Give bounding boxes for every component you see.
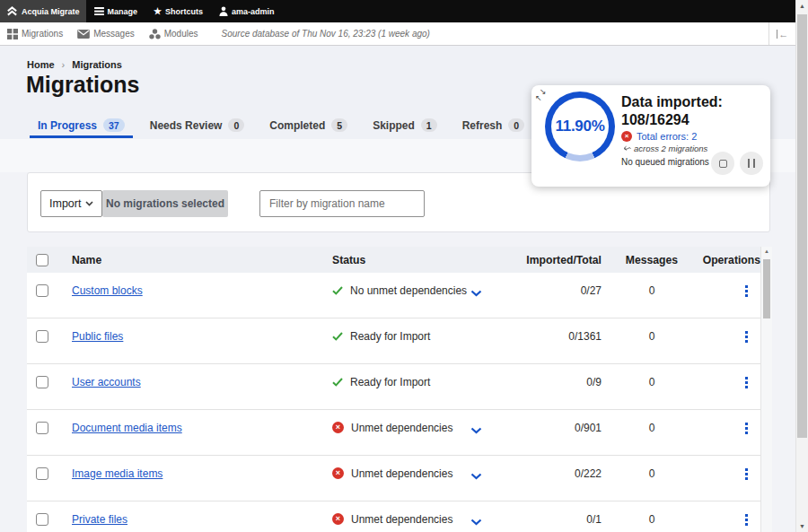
stop-button[interactable] — [711, 152, 734, 175]
tab-needs-review[interactable]: Needs Review0 — [142, 112, 253, 138]
page-scrollbar-thumb[interactable] — [797, 14, 807, 438]
resize-icon-2[interactable]: ↖ — [535, 93, 542, 102]
tab-completed[interactable]: Completed5 — [261, 112, 356, 138]
user-menu[interactable]: ama-admin — [211, 0, 283, 22]
table-body: Custom blocks × No unmet dependencies 0/… — [27, 273, 772, 532]
total-errors-label: Total errors: 2 — [637, 131, 697, 142]
select-all-checkbox[interactable] — [36, 254, 48, 266]
operations-menu-button[interactable] — [745, 330, 760, 343]
modules-icon — [149, 29, 161, 39]
check-icon — [332, 378, 343, 387]
check-icon — [332, 286, 343, 295]
messages-cell: 0 — [649, 513, 655, 526]
admin-toolbar: Acquia Migrate Manage ★ Shortcuts ama-ad… — [0, 0, 795, 22]
status-text: Unmet dependencies — [351, 422, 452, 434]
tab-count-badge: 1 — [421, 118, 437, 132]
tab-count-badge: 37 — [103, 118, 125, 132]
import-dropdown-button[interactable]: Import — [40, 190, 102, 217]
imported-total-cell: 0/9 — [586, 376, 602, 388]
collapse-toolbar-button[interactable]: ← — [768, 22, 795, 45]
operations-menu-button[interactable] — [745, 376, 760, 388]
header-imported-total: Imported/Total — [526, 254, 602, 266]
nav-modules-label: Modules — [164, 29, 198, 39]
user-label: ama-admin — [232, 7, 275, 16]
pause-button[interactable] — [740, 152, 763, 175]
breadcrumb-home[interactable]: Home — [27, 59, 55, 70]
expand-chevron-icon[interactable] — [470, 424, 482, 437]
expand-chevron-icon[interactable] — [470, 516, 482, 528]
kebab-menu-icon — [745, 513, 748, 526]
star-icon: ★ — [154, 7, 162, 16]
operations-menu-button[interactable] — [745, 467, 760, 480]
tab-label: Refresh — [462, 119, 503, 132]
table-row: Private files × Unmet dependencies 0/1 0 — [27, 501, 772, 532]
messages-cell: 0 — [649, 422, 655, 434]
status-text: Ready for Import — [350, 376, 430, 388]
expand-chevron-icon[interactable] — [470, 287, 482, 300]
operations-menu-button[interactable] — [745, 284, 760, 297]
grid-icon — [7, 29, 18, 39]
migration-name-link[interactable]: User accounts — [72, 376, 141, 388]
imported-total-cell: 0/1 — [586, 513, 602, 526]
nav-messages[interactable]: Messages — [70, 29, 142, 39]
error-icon: × — [332, 513, 344, 525]
status-text: Unmet dependencies — [351, 513, 452, 526]
check-icon — [332, 332, 343, 341]
header-operations: Operations — [702, 254, 760, 266]
filter-migration-input[interactable] — [259, 190, 425, 217]
tab-refresh[interactable]: Refresh0 — [454, 112, 533, 138]
tab-count-badge: 0 — [508, 118, 524, 132]
user-icon — [219, 6, 228, 16]
row-checkbox[interactable] — [36, 422, 48, 434]
total-errors-link[interactable]: × Total errors: 2 — [621, 131, 765, 142]
chevron-down-icon — [85, 201, 93, 206]
row-checkbox[interactable] — [36, 330, 48, 343]
progress-percent: 11.90% — [545, 92, 615, 161]
table-row: Document media items × Unmet dependencie… — [27, 410, 772, 456]
migration-name-link[interactable]: Public files — [72, 330, 123, 343]
page-scrollbar[interactable]: ▲ ▼ — [795, 0, 808, 532]
tab-count-badge: 0 — [228, 118, 244, 132]
imported-total-cell: 0/1361 — [568, 330, 602, 343]
table-header-row: Name Status Imported/Total Messages Oper… — [27, 247, 772, 273]
row-checkbox[interactable] — [36, 284, 48, 297]
tab-label: Skipped — [373, 119, 415, 132]
tab-skipped[interactable]: Skipped1 — [364, 112, 445, 138]
collapse-arrow-icon: ← — [778, 29, 788, 39]
tab-label: In Progress — [38, 119, 97, 132]
row-checkbox[interactable] — [36, 513, 48, 526]
expand-chevron-icon[interactable] — [470, 470, 482, 483]
table-scrollbar-thumb[interactable] — [763, 259, 770, 318]
scroll-up-icon[interactable]: ▲ — [761, 249, 772, 254]
row-checkbox[interactable] — [36, 376, 48, 388]
tab-in-progress[interactable]: In Progress37 — [30, 112, 133, 138]
brand-label: Acquia Migrate — [22, 7, 80, 16]
shortcuts-menu[interactable]: ★ Shortcuts — [145, 0, 211, 22]
operations-menu-button[interactable] — [745, 513, 760, 526]
nav-modules[interactable]: Modules — [142, 29, 206, 39]
operations-menu-button[interactable] — [745, 422, 760, 434]
table-row: User accounts × Ready for Import 0/9 0 — [27, 364, 772, 410]
breadcrumb-current: Migrations — [72, 59, 122, 70]
table-row: Custom blocks × No unmet dependencies 0/… — [27, 273, 772, 318]
scroll-up-icon[interactable]: ▲ — [796, 3, 808, 9]
manage-menu[interactable]: Manage — [86, 0, 146, 22]
import-progress-card: ↘ ↖ 11.90% Data imported: 108/16294 × To… — [531, 85, 770, 187]
table-scrollbar[interactable]: ▲ — [760, 247, 772, 532]
brand-acquia-migrate[interactable]: Acquia Migrate — [0, 0, 86, 22]
row-checkbox[interactable] — [36, 467, 48, 480]
messages-cell: 0 — [649, 330, 655, 343]
migration-name-link[interactable]: Private files — [72, 513, 127, 526]
no-migrations-selected-button: No migrations selected — [102, 190, 228, 217]
migration-name-link[interactable]: Image media items — [72, 467, 162, 480]
data-imported-label: Data imported: — [621, 93, 765, 111]
migration-name-link[interactable]: Custom blocks — [72, 284, 143, 297]
migration-name-link[interactable]: Document media items — [72, 422, 182, 434]
nav-migrations[interactable]: Migrations — [0, 29, 70, 39]
error-icon: × — [621, 131, 632, 142]
scroll-down-icon[interactable]: ▼ — [796, 523, 808, 529]
source-database-note: Source database of Thu Nov 16, 23:23 (1 … — [222, 29, 430, 39]
breadcrumb: Home › Migrations — [27, 59, 122, 70]
table-row: Image media items × Unmet dependencies 0… — [27, 456, 772, 501]
imported-total-cell: 0/27 — [581, 284, 602, 297]
